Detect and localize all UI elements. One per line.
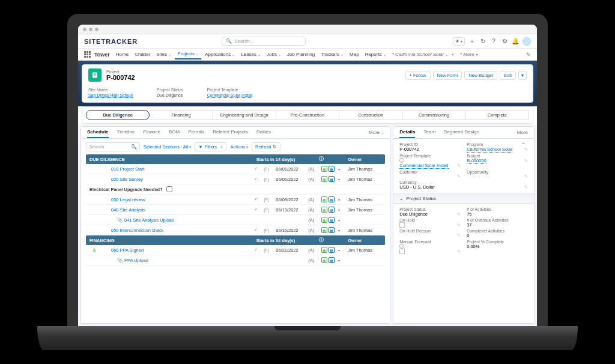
new-budget-button[interactable]: New Budget xyxy=(464,71,497,80)
template-link[interactable]: Commercial Solar Install xyxy=(399,163,448,169)
sections-dropdown[interactable]: Selected Sections : All▾ xyxy=(144,144,191,150)
user-avatar[interactable] xyxy=(523,37,531,46)
section-header[interactable]: FINANCING Starts in 34 day(s) ⓘ Owner xyxy=(86,235,385,245)
filters-button[interactable]: ▼Filters× xyxy=(195,142,226,151)
nav-more[interactable]: * More▾ xyxy=(458,50,480,59)
global-search[interactable]: 🔍 Search... xyxy=(222,37,306,46)
task-link[interactable]: 020 Site Survey xyxy=(111,177,254,182)
program-link[interactable]: California School Solar xyxy=(467,147,512,153)
pencil-icon[interactable]: ✎ xyxy=(457,223,461,228)
task-date[interactable]: 06/09/2022 xyxy=(276,197,303,202)
calendar-icon[interactable]: ▦ xyxy=(321,176,327,182)
tab-dailies[interactable]: Dailies xyxy=(256,129,271,138)
pencil-icon[interactable]: ✎ xyxy=(457,163,461,168)
help-icon[interactable]: ⓘ xyxy=(319,237,324,243)
pencil-icon[interactable]: ✎ xyxy=(524,147,528,152)
chevron-down-icon[interactable]: ▾ xyxy=(336,227,342,233)
help-icon[interactable]: ? xyxy=(490,38,497,45)
nav-projects[interactable]: Projects⌄ xyxy=(175,49,201,59)
info-icon[interactable]: i xyxy=(399,158,404,163)
stage-engineering[interactable]: Engineering and Design xyxy=(213,110,276,120)
task-date[interactable]: 06/21/2022 xyxy=(276,247,303,253)
stage-financing[interactable]: Financing xyxy=(150,110,213,120)
calendar-icon[interactable]: ▦ xyxy=(321,166,327,172)
nav-home[interactable]: Home xyxy=(114,50,131,59)
pencil-icon[interactable]: ✎ xyxy=(457,212,461,217)
tab-segment-design[interactable]: Segment Design xyxy=(444,129,479,138)
chevron-down-icon[interactable]: ▾ xyxy=(336,247,342,253)
stage-complete[interactable]: Complete xyxy=(466,110,529,120)
task-date[interactable]: 06/13/2022 xyxy=(276,207,303,213)
stage-due-diligence[interactable]: Due Diligence xyxy=(86,110,150,120)
chevron-down-icon[interactable]: ▾ xyxy=(336,207,342,213)
traffic-light-max[interactable] xyxy=(95,28,98,31)
task-link[interactable]: 060 PPA Signed xyxy=(111,247,254,253)
pencil-icon[interactable]: ✎ xyxy=(457,174,461,179)
task-date[interactable]: 06/01/2022 xyxy=(276,166,303,172)
calendar-icon[interactable]: ▦ xyxy=(321,217,327,223)
traffic-light-close[interactable] xyxy=(83,28,86,31)
nav-chatter[interactable]: Chatter xyxy=(132,50,153,59)
calendar-icon[interactable]: ▦ xyxy=(321,257,327,263)
tab-schedule[interactable]: Schedule xyxy=(87,129,109,138)
more-actions-button[interactable]: ▾ xyxy=(518,71,527,80)
nav-workspace-tab[interactable]: * California School Solar⌄× xyxy=(390,50,456,59)
help-icon[interactable]: ⓘ xyxy=(319,156,324,162)
add-icon[interactable]: ＋ xyxy=(468,38,476,45)
tab-permits[interactable]: Permits xyxy=(188,129,204,138)
calendar-icon[interactable]: ▦ xyxy=(329,207,335,213)
pencil-icon[interactable]: ✎ xyxy=(457,233,461,238)
template-link[interactable]: Commercial Solar Install xyxy=(207,93,253,98)
budget-link[interactable]: B-000050 xyxy=(467,158,486,164)
site-name-link[interactable]: San Dimas High School xyxy=(88,93,133,98)
app-launcher-icon[interactable] xyxy=(84,51,91,58)
tab-finance[interactable]: Finance xyxy=(144,129,160,138)
pencil-icon[interactable]: ✎ xyxy=(457,249,461,254)
follow-button[interactable]: +Follow xyxy=(405,71,431,80)
task-date[interactable]: 06/16/2022 xyxy=(276,228,303,233)
actions-dropdown[interactable]: Actions▾ xyxy=(230,144,248,150)
tab-team[interactable]: Team xyxy=(423,129,435,138)
calendar-icon[interactable]: ▦ xyxy=(329,176,335,182)
calendar-icon[interactable]: ▦ xyxy=(329,247,335,253)
nav-map[interactable]: Map xyxy=(347,50,362,59)
calendar-icon[interactable]: ▦ xyxy=(321,207,327,213)
calendar-icon[interactable]: ▦ xyxy=(329,166,335,172)
nav-leases[interactable]: Leases⌄ xyxy=(238,50,263,59)
traffic-light-min[interactable] xyxy=(89,28,92,31)
task-link[interactable]: 030 Legal review xyxy=(111,197,254,202)
tab-details[interactable]: Details xyxy=(399,129,415,138)
calendar-icon[interactable]: ▦ xyxy=(321,196,327,202)
stage-commissioning[interactable]: Commissioning xyxy=(402,110,465,120)
chevron-down-icon[interactable]: ▾ xyxy=(336,176,342,182)
calendar-icon[interactable]: ▦ xyxy=(321,227,327,233)
close-icon[interactable]: × xyxy=(220,144,223,150)
chevron-down-icon[interactable]: ▾ xyxy=(336,257,342,263)
tab-related[interactable]: Related Projects xyxy=(213,129,248,138)
task-link[interactable]: 📎PPA Upload xyxy=(117,258,254,263)
history-icon[interactable]: ↻ xyxy=(479,38,486,45)
nav-trackers[interactable]: Trackers⌄ xyxy=(318,50,346,59)
tab-more-right[interactable]: More xyxy=(517,129,528,138)
edit-button[interactable]: Edit xyxy=(500,71,516,80)
nav-sites[interactable]: Sites⌄ xyxy=(154,50,174,59)
section-project-status[interactable]: ⌄Project Status xyxy=(393,193,534,204)
chevron-down-icon[interactable]: ▾ xyxy=(336,217,342,223)
pencil-icon[interactable]: ✎ xyxy=(526,52,531,58)
chevron-down-icon[interactable]: ▾ xyxy=(336,166,342,172)
tab-more[interactable]: More⌄ xyxy=(369,129,384,138)
calendar-icon[interactable]: ▦ xyxy=(329,217,335,223)
info-icon[interactable]: i xyxy=(399,244,404,249)
pencil-icon[interactable]: ✎ xyxy=(524,159,528,163)
task-link[interactable]: 040 Site Analysis xyxy=(111,207,254,213)
checkbox[interactable] xyxy=(399,222,405,228)
pencil-icon[interactable]: ✎ xyxy=(524,185,528,190)
checkbox[interactable] xyxy=(399,249,405,254)
chevron-down-icon[interactable]: ▾ xyxy=(336,196,342,202)
calendar-icon[interactable]: ▦ xyxy=(329,227,335,233)
nav-jobs[interactable]: Jobs⌄ xyxy=(264,50,283,59)
gear-icon[interactable]: ⚙ xyxy=(501,38,508,45)
close-icon[interactable]: × xyxy=(451,52,454,57)
refresh-button[interactable]: Refresh↻ xyxy=(252,142,280,151)
nav-reports[interactable]: Reports⌄ xyxy=(363,50,389,59)
